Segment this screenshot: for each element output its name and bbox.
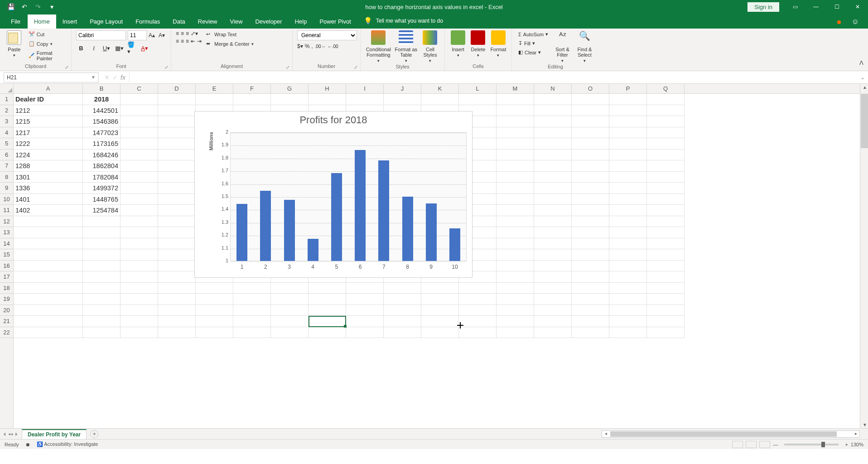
cell[interactable]: 1477023 <box>83 127 121 139</box>
zoom-slider[interactable] <box>784 444 839 445</box>
cell[interactable]: 1442501 <box>83 105 121 116</box>
column-header[interactable]: K <box>421 84 459 93</box>
cell[interactable] <box>83 327 121 338</box>
embedded-chart[interactable]: Profits for 2018 Millions 11.11.21.31.41… <box>194 111 473 278</box>
minimize-icon[interactable]: — <box>805 0 826 14</box>
ribbon-display-options-icon[interactable]: ▭ <box>785 0 805 14</box>
cell[interactable] <box>497 127 534 139</box>
cell[interactable] <box>309 294 346 305</box>
row-header[interactable]: 15 <box>0 249 13 261</box>
cell[interactable] <box>572 261 609 272</box>
find-select-button[interactable]: 🔍Find & Select▾ <box>575 30 594 63</box>
formula-input[interactable] <box>129 72 857 82</box>
cell[interactable] <box>384 316 421 327</box>
cell[interactable] <box>572 227 609 238</box>
cell[interactable] <box>647 183 685 194</box>
cell[interactable] <box>271 305 309 316</box>
cell[interactable] <box>384 94 421 105</box>
cell[interactable] <box>534 205 572 216</box>
maximize-icon[interactable]: ☐ <box>826 0 847 14</box>
qat-customize-icon[interactable]: ▾ <box>45 1 58 13</box>
cell[interactable] <box>14 249 83 261</box>
horizontal-scrollbar[interactable]: ◂ ▸ <box>602 430 860 438</box>
cell[interactable] <box>121 160 158 172</box>
cell[interactable] <box>572 249 609 261</box>
cell[interactable]: 1212 <box>14 105 83 116</box>
column-header[interactable]: I <box>346 84 384 93</box>
cell[interactable] <box>346 94 384 105</box>
cell[interactable] <box>572 138 609 150</box>
format-painter-button[interactable]: 🖌️Format Painter <box>27 49 67 62</box>
cell[interactable] <box>647 150 685 161</box>
cell[interactable] <box>121 283 158 294</box>
cell[interactable] <box>647 138 685 150</box>
cell[interactable] <box>14 216 83 227</box>
cell[interactable] <box>609 316 647 327</box>
cell[interactable] <box>459 294 497 305</box>
percent-icon[interactable]: % <box>305 43 310 49</box>
row-header[interactable]: 11 <box>0 205 13 216</box>
cell[interactable] <box>158 116 196 127</box>
font-color-icon[interactable]: A▾ <box>140 43 149 53</box>
decrease-indent-icon[interactable]: ⇤ <box>191 38 195 44</box>
scroll-up-icon[interactable]: ▲ <box>863 85 867 90</box>
column-header[interactable]: H <box>309 84 346 93</box>
increase-indent-icon[interactable]: ⇥ <box>197 38 202 44</box>
align-top-icon[interactable]: ≡ <box>176 30 179 37</box>
cell[interactable] <box>497 283 534 294</box>
border-icon[interactable]: ▦▾ <box>114 43 124 53</box>
cell[interactable] <box>271 294 309 305</box>
select-all-corner[interactable] <box>0 84 14 94</box>
cell[interactable] <box>647 283 685 294</box>
cell[interactable] <box>121 227 158 238</box>
cell[interactable] <box>572 294 609 305</box>
cell[interactable] <box>14 327 83 338</box>
cell[interactable] <box>609 194 647 205</box>
cell[interactable] <box>647 261 685 272</box>
cell[interactable] <box>572 327 609 338</box>
sheet-tab-active[interactable]: Dealer Profit by Year <box>22 429 87 439</box>
cell[interactable]: 1217 <box>14 127 83 139</box>
cell[interactable] <box>196 327 233 338</box>
cell[interactable] <box>572 150 609 161</box>
fx-icon[interactable]: fx <box>121 74 125 81</box>
cell[interactable] <box>158 238 196 250</box>
cell[interactable]: 1499372 <box>83 183 121 194</box>
insert-cells-button[interactable]: Insert▾ <box>449 30 467 62</box>
cell[interactable] <box>83 238 121 250</box>
cell[interactable] <box>497 216 534 227</box>
cell[interactable] <box>271 283 309 294</box>
cell[interactable] <box>121 138 158 150</box>
row-header[interactable]: 13 <box>0 227 13 238</box>
cell[interactable] <box>534 150 572 161</box>
column-header[interactable]: O <box>572 84 609 93</box>
row-header[interactable]: 3 <box>0 116 13 127</box>
cell[interactable] <box>271 327 309 338</box>
font-size-input[interactable] <box>128 30 147 40</box>
cell[interactable] <box>534 105 572 116</box>
cell[interactable] <box>121 205 158 216</box>
cell[interactable] <box>609 249 647 261</box>
page-layout-view-icon[interactable] <box>746 441 757 448</box>
cell[interactable] <box>459 305 497 316</box>
cell[interactable] <box>647 94 685 105</box>
cell[interactable] <box>459 316 497 327</box>
cell[interactable] <box>534 116 572 127</box>
column-headers[interactable]: ABCDEFGHIJKLMNOPQ <box>14 84 860 94</box>
cell[interactable] <box>14 305 83 316</box>
cell[interactable] <box>83 227 121 238</box>
cell[interactable] <box>609 94 647 105</box>
cell[interactable] <box>158 94 196 105</box>
cell[interactable] <box>158 160 196 172</box>
cell[interactable] <box>158 271 196 283</box>
cell[interactable] <box>121 216 158 227</box>
cell[interactable] <box>421 94 459 105</box>
scroll-left-icon[interactable]: ◂ <box>602 431 609 437</box>
cell[interactable] <box>647 194 685 205</box>
cell[interactable] <box>497 271 534 283</box>
cell[interactable] <box>497 150 534 161</box>
underline-icon[interactable]: U▾ <box>101 43 111 53</box>
cell[interactable] <box>121 294 158 305</box>
cell[interactable] <box>309 283 346 294</box>
sheet-nav-first-icon[interactable]: ⏴ <box>3 431 7 436</box>
